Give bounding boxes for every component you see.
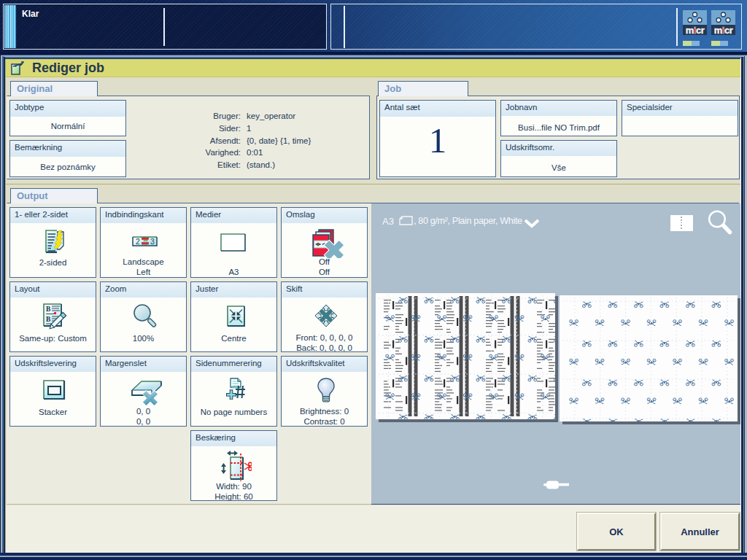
svg-text:micr: micr — [686, 25, 705, 36]
svg-text:B: B — [46, 316, 51, 323]
svg-text:2: 2 — [136, 237, 140, 246]
svg-text:B: B — [46, 306, 51, 313]
svg-text:3: 3 — [150, 237, 155, 246]
svg-text:micr: micr — [714, 25, 733, 36]
